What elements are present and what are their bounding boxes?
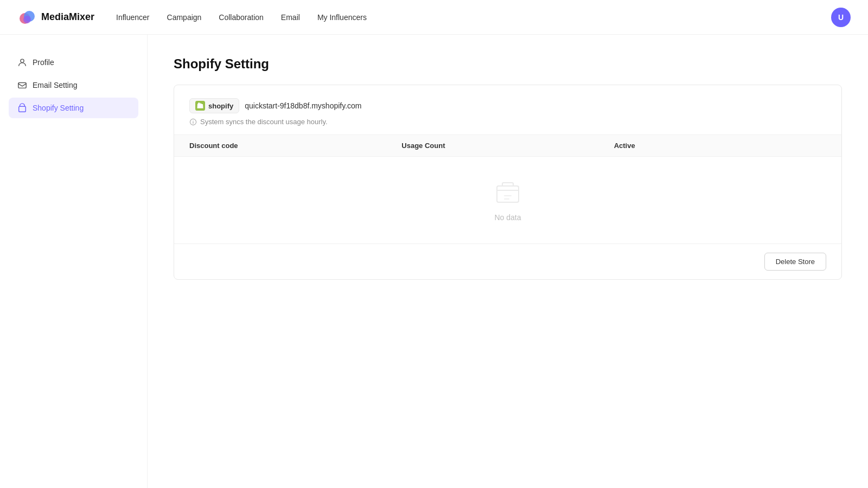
sidebar-item-shopify-setting[interactable]: Shopify Setting: [9, 98, 138, 118]
nav-my-influencers[interactable]: My Influencers: [317, 11, 367, 24]
info-icon: [189, 118, 197, 126]
card-footer: Delete Store: [174, 243, 841, 279]
nav-collaboration[interactable]: Collaboration: [219, 11, 264, 24]
svg-point-3: [21, 59, 24, 62]
layout: Profile Email Setting Shopify Setting Sh…: [0, 0, 868, 488]
store-url: quickstart-9f18db8f.myshopify.com: [245, 101, 361, 110]
col-discount-code: Discount code: [189, 142, 401, 150]
nav-email[interactable]: Email: [281, 11, 300, 24]
mail-icon: [17, 80, 27, 90]
svg-point-2: [23, 16, 31, 23]
logo[interactable]: MediaMixer: [17, 8, 94, 27]
bag-icon: [17, 103, 27, 113]
sidebar: Profile Email Setting Shopify Setting: [0, 35, 148, 488]
sync-info: System syncs the discount usage hourly.: [189, 118, 826, 126]
no-data-icon: [494, 178, 522, 207]
delete-store-button[interactable]: Delete Store: [764, 253, 826, 271]
table-header: Discount code Usage Count Active: [174, 134, 841, 157]
nav-links: Influencer Campaign Collaboration Email …: [116, 11, 831, 24]
table-body-empty: No data: [174, 157, 841, 243]
user-icon: [17, 57, 27, 67]
sidebar-profile-label: Profile: [33, 58, 54, 67]
page-title: Shopify Setting: [174, 56, 842, 72]
nav-influencer[interactable]: Influencer: [116, 11, 149, 24]
user-avatar[interactable]: U: [831, 8, 851, 27]
sidebar-item-profile[interactable]: Profile: [9, 52, 138, 73]
shopify-card: shopify quickstart-9f18db8f.myshopify.co…: [174, 85, 842, 280]
no-data-text: No data: [494, 213, 521, 222]
shopify-bag-icon: [195, 101, 205, 111]
col-active: Active: [614, 142, 826, 150]
sidebar-shopify-label: Shopify Setting: [33, 104, 84, 112]
brand-name: MediaMixer: [41, 11, 94, 23]
card-header: shopify quickstart-9f18db8f.myshopify.co…: [174, 85, 841, 134]
shopify-badge-text: shopify: [208, 102, 233, 110]
svg-rect-4: [18, 83, 26, 88]
logo-icon: [17, 8, 37, 27]
sync-info-text: System syncs the discount usage hourly.: [200, 118, 328, 126]
sidebar-email-label: Email Setting: [33, 81, 77, 89]
svg-point-9: [193, 120, 193, 120]
sidebar-item-email-setting[interactable]: Email Setting: [9, 75, 138, 95]
main-content: Shopify Setting shopify: [148, 35, 868, 488]
shopify-badge: shopify: [189, 98, 239, 113]
navbar: MediaMixer Influencer Campaign Collabora…: [0, 0, 868, 35]
svg-rect-5: [19, 106, 26, 112]
store-row: shopify quickstart-9f18db8f.myshopify.co…: [189, 98, 826, 113]
col-usage-count: Usage Count: [401, 142, 614, 150]
nav-campaign[interactable]: Campaign: [167, 11, 202, 24]
svg-rect-10: [497, 186, 519, 202]
